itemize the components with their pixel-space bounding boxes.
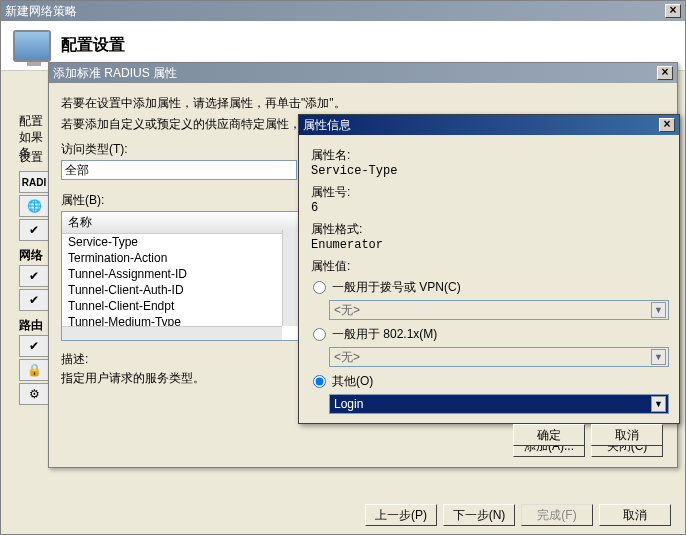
side-tabs: RADI 🌐 ✔ <box>19 171 49 243</box>
scrollbar-h[interactable] <box>62 326 282 340</box>
main-titlebar: 新建网络策略 × <box>1 1 685 21</box>
radio-8021x-input[interactable] <box>313 328 326 341</box>
close-icon[interactable]: × <box>659 118 675 132</box>
list-item[interactable]: Service-Type <box>62 234 298 250</box>
radio-other[interactable]: 其他(O) <box>311 373 667 390</box>
page-title: 配置设置 <box>61 35 125 56</box>
radius-titlebar: 添加标准 RADIUS 属性 × <box>49 63 677 83</box>
combo-8021x: <无> ▼ <box>329 347 669 367</box>
attr-listbox[interactable]: 名称 Service-Type Termination-Action Tunne… <box>61 211 299 341</box>
tab-gear[interactable]: ⚙ <box>19 383 49 405</box>
close-icon[interactable]: × <box>657 66 673 80</box>
section-net: 网络 <box>19 247 43 264</box>
list-item[interactable]: Tunnel-Assignment-ID <box>62 266 298 282</box>
attr-buttons: 确定 取消 <box>311 424 667 446</box>
attr-title: 属性信息 <box>303 115 351 135</box>
tab-check2[interactable]: ✔ <box>19 265 49 287</box>
radio-vpn[interactable]: 一般用于拨号或 VPN(C) <box>311 279 667 296</box>
prev-button[interactable]: 上一步(P) <box>365 504 437 526</box>
combo-other[interactable]: Login ▼ <box>329 394 669 414</box>
side-tabs2: ✔ ✔ <box>19 265 49 313</box>
tab-globe[interactable]: 🌐 <box>19 195 49 217</box>
tab-check3[interactable]: ✔ <box>19 289 49 311</box>
chevron-down-icon: ▼ <box>651 302 666 318</box>
cancel-button[interactable]: 取消 <box>591 424 663 446</box>
radio-8021x[interactable]: 一般用于 802.1x(M) <box>311 326 667 343</box>
tab-check1[interactable]: ✔ <box>19 219 49 241</box>
settings-label: 设置 <box>19 149 43 166</box>
tab-check4[interactable]: ✔ <box>19 335 49 357</box>
format-value: Enumerator <box>311 238 667 252</box>
section-route: 路由 <box>19 317 43 334</box>
num-label: 属性号: <box>311 184 667 201</box>
radio-other-input[interactable] <box>313 375 326 388</box>
num-value: 6 <box>311 201 667 215</box>
finish-button: 完成(F) <box>521 504 593 526</box>
radio-vpn-input[interactable] <box>313 281 326 294</box>
list-item[interactable]: Tunnel-Client-Auth-ID <box>62 282 298 298</box>
attr-titlebar: 属性信息 × <box>299 115 679 135</box>
tab-lock[interactable]: 🔒 <box>19 359 49 381</box>
attr-info-dialog: 属性信息 × 属性名: Service-Type 属性号: 6 属性格式: En… <box>298 114 680 424</box>
scrollbar-v[interactable] <box>282 230 298 326</box>
wizard-buttons: 上一步(P) 下一步(N) 完成(F) 取消 <box>365 504 671 526</box>
chevron-down-icon[interactable]: ▼ <box>651 396 666 412</box>
main-title: 新建网络策略 <box>5 1 77 21</box>
monitor-icon <box>13 30 51 62</box>
format-label: 属性格式: <box>311 221 667 238</box>
value-label: 属性值: <box>311 258 667 275</box>
chevron-down-icon: ▼ <box>651 349 666 365</box>
name-value: Service-Type <box>311 164 667 178</box>
radius-title: 添加标准 RADIUS 属性 <box>53 63 177 83</box>
tab-radius[interactable]: RADI <box>19 171 49 193</box>
list-item[interactable]: Termination-Action <box>62 250 298 266</box>
combo-vpn: <无> ▼ <box>329 300 669 320</box>
list-items: Service-Type Termination-Action Tunnel-A… <box>62 234 298 330</box>
close-icon[interactable]: × <box>665 4 681 18</box>
ok-button[interactable]: 确定 <box>513 424 585 446</box>
attr-body: 属性名: Service-Type 属性号: 6 属性格式: Enumerato… <box>299 135 679 454</box>
name-label: 属性名: <box>311 147 667 164</box>
cancel-button[interactable]: 取消 <box>599 504 671 526</box>
instr1: 若要在设置中添加属性，请选择属性，再单击"添加"。 <box>61 95 665 112</box>
side-tabs3: ✔ 🔒 ⚙ <box>19 335 49 407</box>
access-select[interactable]: 全部 <box>61 160 297 180</box>
next-button[interactable]: 下一步(N) <box>443 504 515 526</box>
list-item[interactable]: Tunnel-Client-Endpt <box>62 298 298 314</box>
list-header[interactable]: 名称 <box>62 212 298 234</box>
